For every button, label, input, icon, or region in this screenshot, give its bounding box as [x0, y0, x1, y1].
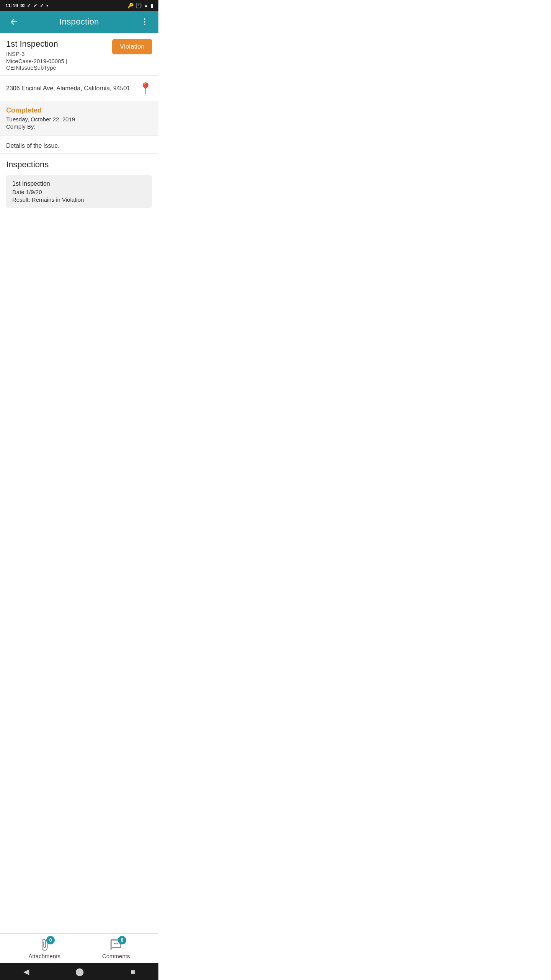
wifi-icon: ▲	[143, 3, 148, 8]
card-result: Result: Remains in Violation	[12, 196, 146, 203]
inspections-heading: Inspections	[6, 160, 152, 170]
inspection-card-1[interactable]: 1st Inspection Date 1/9/20 Result: Remai…	[6, 175, 152, 208]
app-bar-title: Inspection	[59, 17, 99, 27]
address-text: 2306 Encinal Ave, Alameda, California, 9…	[6, 85, 134, 92]
check3-icon: ✓	[40, 3, 44, 8]
inspection-title: 1st Inspection	[6, 39, 112, 49]
map-pin-icon[interactable]: 📍	[139, 82, 152, 95]
main-content: 1st Inspection INSP-3 MiceCase-2019-0000…	[0, 33, 158, 258]
dot-icon: •	[46, 3, 48, 8]
details-text: Details of the issue.	[6, 142, 152, 149]
vibrate-icon: 📳	[135, 3, 142, 8]
check1-icon: ✓	[27, 3, 31, 8]
svg-point-0	[144, 18, 145, 20]
card-title: 1st Inspection	[12, 180, 146, 187]
battery-icon: ▮	[150, 3, 153, 8]
inspection-id: INSP-3	[6, 51, 112, 57]
check2-icon: ✓	[33, 3, 37, 8]
mail-icon: ✉	[20, 3, 24, 8]
time-display: 11:19	[5, 3, 18, 8]
back-button[interactable]	[6, 14, 21, 29]
status-date: Tuesday, October 22, 2019	[6, 116, 152, 122]
inspection-case: MiceCase-2019-00005 | CEINIssueSubType	[6, 58, 112, 71]
comply-by: Comply By:	[6, 123, 152, 130]
header-section: 1st Inspection INSP-3 MiceCase-2019-0000…	[0, 33, 158, 76]
header-info: 1st Inspection INSP-3 MiceCase-2019-0000…	[6, 39, 112, 71]
status-bar: 11:19 ✉ ✓ ✓ ✓ • 🔑 📳 ▲ ▮	[0, 0, 158, 11]
status-bar-right: 🔑 📳 ▲ ▮	[127, 3, 153, 8]
status-section: Completed Tuesday, October 22, 2019 Comp…	[0, 101, 158, 136]
status-label: Completed	[6, 106, 152, 114]
app-bar: Inspection	[0, 11, 158, 33]
svg-point-1	[144, 21, 145, 23]
status-bar-left: 11:19 ✉ ✓ ✓ ✓ •	[5, 3, 48, 8]
svg-point-2	[144, 24, 145, 25]
inspections-section: Inspections 1st Inspection Date 1/9/20 R…	[0, 154, 158, 216]
card-date: Date 1/9/20	[12, 189, 146, 195]
details-section: Details of the issue.	[0, 136, 158, 154]
key-icon: 🔑	[127, 3, 134, 8]
more-options-button[interactable]	[137, 14, 152, 29]
address-section: 2306 Encinal Ave, Alameda, California, 9…	[0, 76, 158, 101]
violation-button[interactable]: Violation	[112, 39, 152, 54]
